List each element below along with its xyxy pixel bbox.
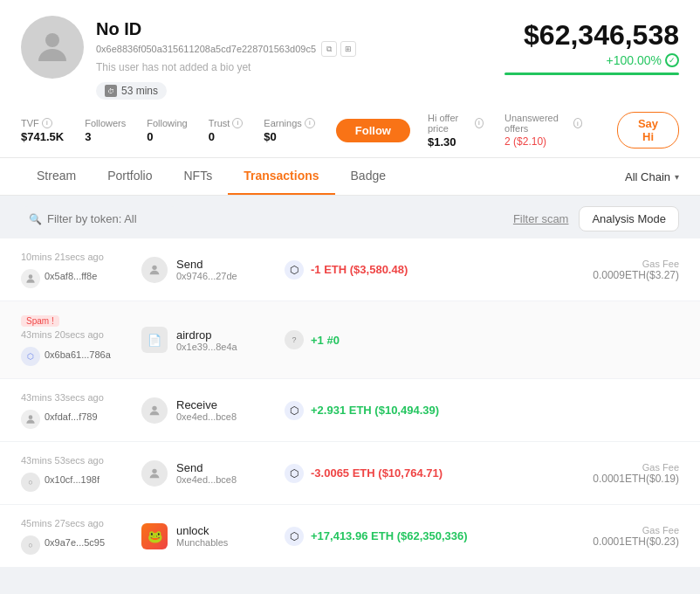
tvf-info-icon[interactable]: i (42, 118, 52, 128)
tx-action-2: 📄 airdrop 0x1e39...8e4a (134, 327, 274, 353)
from-avatar-3 (21, 410, 40, 429)
say-hi-button[interactable]: Say Hi (617, 112, 679, 148)
from-avatar-4: ○ (21, 473, 40, 492)
follow-button[interactable]: Follow (336, 119, 410, 142)
filter-input[interactable] (21, 206, 178, 231)
tx-action-5: 🐸 unlock Munchables (134, 523, 274, 549)
tx-time-addr-3: 43mins 33secs ago 0xfdaf...f789 (21, 392, 134, 429)
tx-action-4: Send 0xe4ed...bce8 (134, 460, 274, 487)
tx-amount-1: ⬡ -1 ETH ($3,580.48) (274, 260, 531, 280)
analysis-mode-button[interactable]: Analysis Mode (579, 206, 679, 231)
table-row: 43mins 53secs ago ○ 0x10cf...198f Send 0… (0, 442, 700, 505)
tab-badge[interactable]: Badge (335, 158, 401, 195)
munchables-icon: 🐸 (141, 523, 168, 549)
hi-offer-info-icon[interactable]: i (475, 118, 484, 128)
qr-code-icon[interactable]: ⊞ (340, 41, 356, 57)
tx-time-addr-4: 43mins 53secs ago ○ 0x10cf...198f (21, 455, 134, 492)
tab-portfolio[interactable]: Portfolio (92, 158, 168, 195)
trust-info-icon[interactable]: i (232, 118, 243, 128)
svg-point-0 (45, 33, 59, 47)
tab-transactions[interactable]: Transactions (228, 158, 334, 195)
eth-icon-1: ⬡ (285, 260, 304, 280)
stat-tvf: TVF i $741.5K (21, 118, 85, 143)
svg-point-5 (152, 468, 156, 473)
stat-earnings: Earnings i $0 (264, 118, 335, 143)
tx-action-3: Receive 0xe4ed...bce8 (134, 397, 274, 424)
tx-person-icon-3 (141, 397, 168, 424)
eth-icon-4: ⬡ (285, 464, 304, 483)
tx-amount-2: ? +1 #0 (274, 330, 531, 349)
profile-bio: This user has not added a bio yet (96, 61, 356, 73)
profile-stats: TVF i $741.5K Followers 3 Following 0 Tr… (21, 100, 679, 157)
svg-point-1 (29, 274, 33, 279)
filter-scam-button[interactable]: Filter scam (513, 212, 569, 225)
from-avatar-1 (21, 269, 40, 288)
total-value: $62,346,538 (504, 19, 679, 52)
transactions-toolbar: 🔍 Filter scam Analysis Mode (0, 196, 700, 238)
table-row: Spam ! 43mins 20secs ago ⬡ 0x6ba61...786… (0, 301, 700, 379)
eth-icon-5: ⬡ (285, 527, 304, 546)
activity-badge: ⏱ 53 mins (96, 82, 167, 100)
stat-hi-offer: Hi offer price i $1.30 (428, 113, 504, 148)
tabs-left: Stream Portfolio NFTs Transactions Badge (21, 158, 401, 195)
profile-address: 0x6e8836f050a315611208a5cd7e228701563d09… (96, 41, 356, 57)
tx-time-addr-1: 10mins 21secs ago 0x5af8...ff8e (21, 252, 134, 288)
tx-gas-4: Gas Fee 0.0001ETH($0.19) (531, 462, 679, 485)
table-row: 45mins 27secs ago ○ 0x9a7e...5c95 🐸 unlo… (0, 505, 700, 568)
stat-trust: Trust i 0 (209, 118, 264, 143)
tx-amount-5: ⬡ +17,413.96 ETH ($62,350,336) (274, 527, 531, 546)
tabs-bar: Stream Portfolio NFTs Transactions Badge… (0, 158, 700, 196)
tx-gas-1: Gas Fee 0.0009ETH($3.27) (531, 259, 679, 281)
filter-input-wrap: 🔍 (21, 206, 178, 231)
stat-following: Following 0 (147, 118, 208, 143)
total-value-section: $62,346,538 +100.00% ✓ (504, 16, 679, 75)
tx-contract-icon-2: 📄 (141, 327, 168, 353)
table-row: 43mins 33secs ago 0xfdaf...f789 Receive … (0, 379, 700, 442)
spam-badge: Spam ! (21, 315, 59, 327)
stat-followers: Followers 3 (85, 118, 147, 143)
search-icon: 🔍 (29, 213, 42, 225)
eth-icon-3: ⬡ (285, 401, 304, 420)
profile-name: No ID (96, 19, 356, 39)
earnings-info-icon[interactable]: i (305, 118, 315, 128)
svg-point-4 (152, 405, 156, 410)
tx-action-1: Send 0x9746...27de (134, 257, 274, 283)
tx-time-addr-5: 45mins 27secs ago ○ 0x9a7e...5c95 (21, 518, 134, 555)
tab-stream[interactable]: Stream (21, 158, 92, 195)
copy-address-icon[interactable]: ⧉ (321, 41, 337, 57)
from-avatar-2: ⬡ (21, 347, 40, 366)
tx-person-icon-1 (141, 257, 168, 283)
tx-amount-3: ⬡ +2.931 ETH ($10,494.39) (274, 401, 531, 420)
tab-nfts[interactable]: NFTs (168, 158, 228, 195)
check-icon: ✓ (665, 53, 679, 67)
clock-icon: ⏱ (105, 85, 117, 97)
chain-selector-button[interactable]: All Chain ▾ (625, 170, 679, 183)
stat-unanswered: Unanswered offers i 2 ($2.10) (504, 113, 603, 148)
value-progress-bar (504, 73, 679, 75)
unanswered-info-icon[interactable]: i (573, 118, 582, 128)
chevron-down-icon: ▾ (675, 172, 679, 182)
value-change: +100.00% ✓ (504, 53, 679, 67)
from-avatar-5: ○ (21, 535, 40, 555)
token-icon-2: ? (285, 330, 304, 349)
transactions-list: 10mins 21secs ago 0x5af8...ff8e Send 0x9… (0, 238, 700, 568)
tx-person-icon-4 (141, 460, 168, 487)
toolbar-right: Filter scam Analysis Mode (513, 206, 679, 231)
svg-point-3 (29, 415, 33, 419)
tx-gas-5: Gas Fee 0.0001ETH($0.23) (531, 525, 679, 548)
avatar (21, 16, 84, 79)
tx-amount-4: ⬡ -3.0065 ETH ($10,764.71) (274, 464, 531, 483)
table-row: 10mins 21secs ago 0x5af8...ff8e Send 0x9… (0, 238, 700, 301)
svg-point-2 (152, 265, 156, 269)
tx-time-addr-2: Spam ! 43mins 20secs ago ⬡ 0x6ba61...786… (21, 314, 134, 366)
